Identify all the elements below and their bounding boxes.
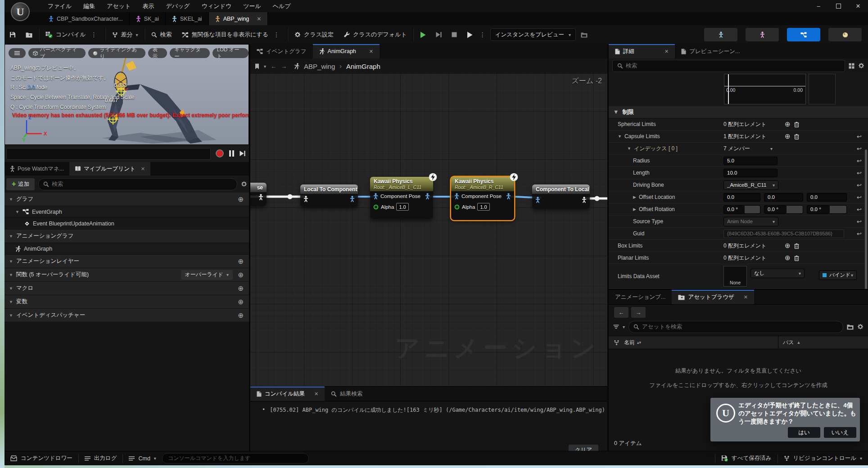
mesh-button[interactable]	[746, 28, 779, 41]
step-forward-button[interactable]	[240, 150, 245, 157]
viewport-pill-0[interactable]: パースペクティブ	[28, 48, 86, 58]
vector-input-0[interactable]: 0.0 °	[723, 205, 760, 214]
asset-tab-sk-ai[interactable]: SK_ai	[130, 12, 166, 25]
tab-pose-watch-manager[interactable]: Pose Watchマネ...	[5, 162, 69, 176]
delete-elements-icon[interactable]	[794, 134, 799, 140]
vector-input-0[interactable]: 0.0	[723, 193, 760, 202]
delete-elements-icon[interactable]	[794, 243, 799, 249]
revert-icon[interactable]: ↩	[857, 170, 862, 176]
tab-preview-scene[interactable]: プレビューシーン...	[675, 44, 746, 58]
tab-find-results[interactable]: 結果検索	[325, 387, 369, 401]
detail-row-spherical-limits[interactable]: Spherical Limits0 配列エレメント⊕	[609, 118, 868, 130]
add-icon[interactable]: ⊕	[238, 271, 244, 279]
delete-elements-icon[interactable]	[794, 122, 799, 127]
graph-canvas[interactable]: ▾ ← → ABP_wing › AnimGraph ズーム -2 アニメーショ…	[250, 58, 607, 451]
alpha-value-input[interactable]: 1.0	[477, 203, 489, 211]
alpha-pin-icon[interactable]	[454, 204, 460, 210]
viewport-pill-4[interactable]: LOD オート	[212, 48, 249, 58]
asset-tab-cbp-sandboxcharacter-[interactable]: CBP_SandboxCharacter...	[42, 12, 130, 25]
asset-select-dropdown[interactable]: なし▾	[750, 269, 805, 278]
column-name[interactable]: 名前	[624, 339, 635, 346]
blueprint-row--[interactable]: ▼グラフ⊕	[5, 193, 249, 206]
revision-control-button[interactable]: リビジョンコントロール▾	[778, 451, 868, 465]
revert-icon[interactable]: ↩	[857, 218, 862, 225]
detail-row-source-type[interactable]: Source TypeAnim Node▾↩	[609, 216, 868, 228]
graph-node-kawaii-physics-right[interactable]: Kawaii PhysicsRoot: _AmiceB_R_C11 Compon…	[451, 177, 514, 220]
clear-button[interactable]: クリア	[569, 445, 598, 451]
cmd-dropdown[interactable]: Cmd▾	[123, 451, 162, 465]
no-button[interactable]: いいえ	[824, 427, 856, 438]
menu-0[interactable]: ファイル	[48, 2, 72, 10]
pose-output-pin-icon[interactable]	[350, 196, 355, 202]
display-filter-icon[interactable]	[849, 63, 854, 69]
expand-triangle-icon[interactable]: ▼	[9, 313, 13, 318]
blueprint-row--5-[interactable]: ▼関数 (5 オーバーライド可能)オーバーライド▾⊕	[5, 268, 249, 282]
back-button[interactable]: ←	[614, 307, 628, 318]
alpha-pin-icon[interactable]	[373, 204, 379, 210]
revert-icon[interactable]: ↩	[857, 145, 862, 152]
detail-row-offset-rotation[interactable]: ▶Offset Rotation0.0 °0.0 °0.0 °↩	[609, 203, 868, 216]
diff-button[interactable]: 差分▾	[107, 25, 143, 44]
revision-column-icon[interactable]	[609, 340, 624, 346]
yes-button[interactable]: はい	[788, 427, 820, 438]
tab-animation-blueprint[interactable]: アニメーションブ...	[609, 290, 672, 304]
tab-my-blueprint[interactable]: マイブループリント✕	[69, 162, 150, 176]
expand-triangle-icon[interactable]: ▼	[9, 197, 13, 202]
pose-pin-icon[interactable]	[258, 194, 263, 200]
add-element-icon[interactable]: ⊕	[785, 242, 791, 250]
pose-output-pin-icon[interactable]	[506, 193, 511, 199]
hide-unrelated-button[interactable]: 無関係な項目を非表示にする⋮	[177, 25, 287, 44]
add-icon[interactable]: ⊕	[238, 195, 244, 203]
detail-row-planar-limits[interactable]: Planar Limits0 配列エレメント⊕	[609, 252, 868, 264]
class-defaults-button[interactable]: クラスのデフォルト	[339, 25, 412, 44]
debug-object-button[interactable]	[576, 25, 592, 44]
add-button[interactable]: +追加	[6, 178, 35, 190]
forward-arrow-icon[interactable]: →	[281, 63, 287, 70]
all-saved-button[interactable]: すべて保存済み	[715, 451, 778, 465]
stop-button[interactable]	[447, 25, 462, 44]
browse-content-button[interactable]	[21, 25, 37, 44]
expand-triangle-icon[interactable]: ▼	[627, 146, 631, 151]
details-search-input[interactable]: 検索	[612, 60, 845, 72]
play-options-icon[interactable]: ⋮	[478, 31, 488, 38]
breadcrumb-leaf[interactable]: AnimGraph	[346, 63, 380, 70]
browser-settings-icon[interactable]	[857, 324, 863, 330]
my-blueprint-search-input[interactable]: 検索	[38, 178, 237, 190]
blueprint-row--[interactable]: ▼変数⊕	[5, 295, 249, 309]
blueprint-row-eventgraph[interactable]: ▼EventGraph	[5, 206, 249, 218]
revert-icon[interactable]: ↩	[857, 194, 862, 201]
pause-button[interactable]	[229, 150, 234, 157]
asset-tab-abp-wing[interactable]: ABP_wing✕	[209, 12, 268, 25]
preview-viewport[interactable]: Z X Y パースペクティブライティングあり表示キャラクターLOD オート AB…	[5, 44, 249, 145]
add-element-icon[interactable]: ⊕	[785, 132, 791, 140]
settings-gear-icon[interactable]	[241, 181, 247, 187]
detail-row-driving-bone[interactable]: Driving Bone_AmiceB_R_C11▾↩	[609, 179, 868, 191]
graph-node-clipped[interactable]: se	[250, 183, 267, 206]
expand-triangle-icon[interactable]: ▼	[9, 259, 13, 264]
blueprint-row--[interactable]: ▼マクロ⊕	[5, 282, 249, 295]
bookmark-icon[interactable]	[255, 63, 259, 69]
filter-icon[interactable]	[613, 324, 619, 329]
section-limits[interactable]: ▼制限	[609, 106, 868, 118]
menu-4[interactable]: デバッグ	[166, 2, 190, 10]
hide-options-icon[interactable]: ⋮	[271, 31, 281, 38]
timeline-scrubber[interactable]	[6, 148, 211, 160]
detail-row-capsule-limits[interactable]: ▼Capsule Limits1 配列エレメント⊕↩	[609, 130, 868, 143]
asset-thumbnail[interactable]: None	[723, 266, 747, 287]
add-icon[interactable]: ⊕	[238, 298, 244, 306]
expand-triangle-icon[interactable]: ▶	[633, 207, 636, 212]
menu-7[interactable]: ヘルプ	[273, 2, 291, 10]
class-settings-button[interactable]: クラス設定	[289, 25, 339, 44]
revert-icon[interactable]: ↩	[857, 230, 862, 237]
expand-triangle-icon[interactable]: ▼	[618, 134, 622, 139]
menu-2[interactable]: アセット	[107, 2, 131, 10]
pose-output-pin-icon[interactable]	[425, 193, 430, 199]
preview-instance-dropdown[interactable]: インスタンスをプレビュー▾	[490, 28, 576, 41]
tab-asset-browser[interactable]: アセットブラウザ✕	[672, 290, 754, 304]
override-button[interactable]: オーバーライド▾	[181, 270, 233, 280]
vector-input-1[interactable]: 0.0	[764, 193, 803, 202]
compile-button[interactable]: コンパイル⋮	[41, 25, 104, 44]
chevron-down-icon[interactable]: ▾	[264, 64, 266, 69]
add-element-icon[interactable]: ⊕	[785, 120, 791, 128]
add-icon[interactable]: ⊕	[238, 311, 244, 320]
